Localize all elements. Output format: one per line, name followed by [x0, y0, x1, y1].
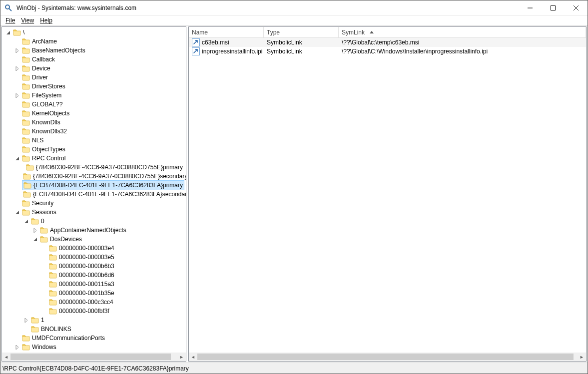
- tree-item[interactable]: KernelObjects: [2, 109, 186, 118]
- tree-hscrollbar[interactable]: ◄ ►: [2, 353, 186, 361]
- list-row[interactable]: c63eb.msiSymbolicLink\??\Global\c:\temp\…: [189, 38, 586, 47]
- tree-item[interactable]: FileSystem: [2, 91, 186, 100]
- tree-item-label: 00000000-0001b35e: [59, 290, 114, 297]
- tree-item[interactable]: DriverStores: [2, 82, 186, 91]
- expander-closed-icon[interactable]: [31, 226, 39, 234]
- folder-icon: [31, 325, 39, 333]
- tree-item[interactable]: {ECB74D08-D4FC-401E-9FE1-7CA6C36283FA}se…: [2, 190, 186, 199]
- tree-item[interactable]: ObjectTypes: [2, 145, 186, 154]
- tree-item-label: 00000000-000115a3: [59, 281, 114, 288]
- client-area: \ArcNameBaseNamedObjectsCallbackDeviceDr…: [0, 25, 588, 363]
- tree-item-label: Sessions: [32, 209, 56, 216]
- maximize-button[interactable]: [542, 0, 565, 15]
- scroll-right-icon[interactable]: ►: [177, 353, 186, 361]
- tree-item-label: KnownDlls: [32, 119, 60, 126]
- status-bar: \RPC Control\{ECB74D08-D4FC-401E-9FE1-7C…: [0, 363, 588, 374]
- tree-item[interactable]: DosDevices: [2, 235, 186, 244]
- tree-item[interactable]: 1: [2, 316, 186, 325]
- tree-item[interactable]: {ECB74D08-D4FC-401E-9FE1-7CA6C36283FA}pr…: [2, 181, 186, 190]
- folder-icon: [22, 208, 30, 216]
- scroll-left-icon[interactable]: ◄: [2, 353, 10, 361]
- tree-item[interactable]: NLS: [2, 136, 186, 145]
- column-header-type[interactable]: Type: [264, 27, 339, 37]
- expander-open-icon[interactable]: [31, 235, 39, 243]
- tree-item-label: {78436D30-92BF-4CC6-9A37-0C0880CD755E}se…: [33, 173, 186, 180]
- tree-item[interactable]: Callback: [2, 55, 186, 64]
- menu-help[interactable]: Help: [37, 16, 55, 24]
- list-row[interactable]: inprogressinstallinfo.ipiSymbolicLink\??…: [189, 47, 586, 56]
- tree-item[interactable]: GLOBAL??: [2, 100, 186, 109]
- folder-icon: [22, 118, 30, 126]
- tree-item[interactable]: 00000000-0000b6b3: [2, 262, 186, 271]
- menu-view[interactable]: View: [18, 16, 37, 24]
- folder-icon: [13, 28, 21, 36]
- tree-item[interactable]: 0: [2, 217, 186, 226]
- tree-item[interactable]: Driver: [2, 73, 186, 82]
- menu-help-label: Help: [40, 17, 52, 24]
- folder-icon: [23, 172, 31, 180]
- expander-open-icon[interactable]: [13, 208, 21, 216]
- tree-item[interactable]: \: [2, 28, 186, 37]
- expander-open-icon[interactable]: [22, 217, 30, 225]
- folder-icon: [22, 73, 30, 81]
- expander-open-icon[interactable]: [4, 28, 12, 36]
- close-button[interactable]: [565, 0, 588, 15]
- tree-item[interactable]: Sessions: [2, 208, 186, 217]
- tree-item[interactable]: 00000000-000003e4: [2, 244, 186, 253]
- scroll-left-icon[interactable]: ◄: [189, 353, 197, 361]
- tree-item[interactable]: Security: [2, 199, 186, 208]
- tree-item[interactable]: {78436D30-92BF-4CC6-9A37-0C0880CD755E}se…: [2, 172, 186, 181]
- list-hscrollbar[interactable]: ◄ ►: [189, 353, 586, 361]
- expander-closed-icon[interactable]: [13, 46, 21, 54]
- menu-file[interactable]: File: [2, 16, 18, 24]
- folder-icon: [22, 55, 30, 63]
- expander-closed-icon[interactable]: [13, 64, 21, 72]
- tree-item[interactable]: BaseNamedObjects: [2, 46, 186, 55]
- expander-closed-icon[interactable]: [22, 316, 30, 324]
- folder-icon: [40, 226, 48, 234]
- tree-item-label: 00000000-0000b6b3: [59, 263, 114, 270]
- scroll-right-icon[interactable]: ►: [578, 353, 586, 361]
- tree-view[interactable]: \ArcNameBaseNamedObjectsCallbackDeviceDr…: [2, 27, 186, 353]
- column-header-name[interactable]: Name: [189, 27, 264, 37]
- window-title: WinObj - Sysinternals: www.sysinternals.…: [16, 4, 136, 11]
- tree-item[interactable]: 00000000-000115a3: [2, 280, 186, 289]
- column-header-symlink[interactable]: SymLink: [339, 27, 586, 37]
- tree-item-label: KnownDlls32: [32, 128, 67, 135]
- tree-item-label: Callback: [32, 56, 55, 63]
- list-view[interactable]: c63eb.msiSymbolicLink\??\Global\c:\temp\…: [189, 38, 586, 353]
- cell-type: SymbolicLink: [264, 39, 339, 46]
- cell-name: inprogressinstallinfo.ipi: [189, 47, 264, 55]
- tree-item[interactable]: Windows: [2, 343, 186, 352]
- menu-view-label: View: [21, 17, 34, 24]
- tree-item-label: 00000000-000003e4: [59, 245, 114, 252]
- tree-item[interactable]: 00000000-000fbf3f: [2, 307, 186, 316]
- tree-item[interactable]: Device: [2, 64, 186, 73]
- folder-icon: [22, 64, 30, 72]
- expander-open-icon[interactable]: [13, 154, 21, 162]
- cell-name: c63eb.msi: [189, 38, 264, 46]
- folder-icon: [22, 91, 30, 99]
- tree-item-label: AppContainerNamedObjects: [50, 227, 126, 234]
- tree-item[interactable]: UMDFCommunicationPorts: [2, 334, 186, 343]
- tree-item-label: Windows: [32, 344, 56, 351]
- tree-item[interactable]: BNOLINKS: [2, 325, 186, 334]
- tree-item-label: Device: [32, 65, 50, 72]
- minimize-button[interactable]: [519, 0, 542, 15]
- tree-item[interactable]: ArcName: [2, 37, 186, 46]
- expander-closed-icon[interactable]: [13, 343, 21, 351]
- expander-closed-icon[interactable]: [13, 91, 21, 99]
- tree-item[interactable]: {78436D30-92BF-4CC6-9A37-0C0880CD755E}pr…: [2, 163, 186, 172]
- tree-item[interactable]: KnownDlls: [2, 118, 186, 127]
- tree-item[interactable]: 00000000-000c3cc4: [2, 298, 186, 307]
- tree-item[interactable]: 00000000-0001b35e: [2, 289, 186, 298]
- tree-item-label: DosDevices: [50, 236, 82, 243]
- tree-item[interactable]: 00000000-000003e5: [2, 253, 186, 262]
- tree-item[interactable]: KnownDlls32: [2, 127, 186, 136]
- tree-item[interactable]: AppContainerNamedObjects: [2, 226, 186, 235]
- title-bar: WinObj - Sysinternals: www.sysinternals.…: [0, 0, 588, 15]
- tree-item[interactable]: RPC Control: [2, 154, 186, 163]
- tree-item[interactable]: 00000000-0000b6d6: [2, 271, 186, 280]
- folder-icon: [49, 298, 57, 306]
- folder-icon: [49, 244, 57, 252]
